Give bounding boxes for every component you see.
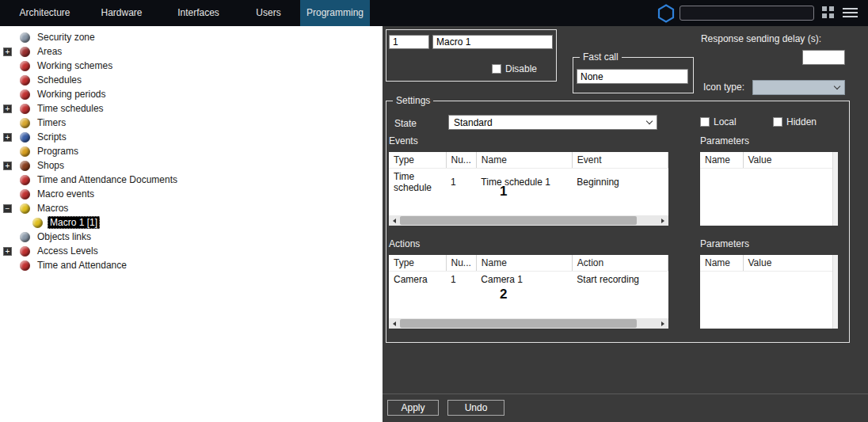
footer-divider — [383, 393, 868, 394]
column-header-nu[interactable]: Nu... — [446, 255, 476, 272]
scroll-right-icon[interactable] — [657, 318, 668, 329]
local-checkbox[interactable] — [700, 117, 710, 127]
macro-icon — [32, 218, 43, 228]
collapse-toggle-icon[interactable]: − — [3, 204, 12, 213]
tree-item-objects-links[interactable]: Objects links — [0, 230, 383, 244]
areas-icon — [20, 47, 30, 57]
scroll-left-icon[interactable] — [389, 318, 400, 329]
expand-toggle-icon[interactable]: + — [3, 105, 12, 113]
tab-architecture[interactable]: Architecture — [6, 0, 83, 26]
tree-item-label: Working periods — [35, 88, 108, 101]
state-dropdown[interactable]: Standard — [448, 115, 657, 130]
tree-item-label: Working schemes — [35, 59, 115, 72]
table-cell: 1 — [446, 169, 476, 196]
expand-toggle-icon[interactable]: + — [3, 162, 12, 170]
topbar: ArchitectureHardwareInterfacesUsersProgr… — [0, 0, 868, 26]
hidden-label: Hidden — [786, 116, 817, 127]
fast-call-field[interactable] — [577, 69, 688, 84]
tab-interfaces[interactable]: Interfaces — [160, 0, 237, 26]
tree-item-working-schemes[interactable]: Working schemes — [0, 59, 383, 73]
column-header-action[interactable]: Action — [572, 255, 668, 272]
column-header-type[interactable]: Type — [389, 152, 446, 169]
disable-checkbox[interactable] — [492, 64, 501, 74]
column-header-value[interactable]: Value — [743, 152, 838, 169]
icon-type-dropdown[interactable] — [752, 80, 845, 95]
callout-1-marker: 1 — [500, 184, 507, 200]
column-header-type[interactable]: Type — [389, 255, 446, 272]
tree-item-access-levels[interactable]: +Access Levels — [0, 244, 383, 258]
tree-item-areas[interactable]: +Areas — [0, 44, 383, 59]
tab-programming[interactable]: Programming — [300, 0, 370, 26]
app-logo-icon — [657, 4, 675, 25]
table-row[interactable]: Time schedule1Time schedule 1Beginning — [389, 169, 668, 196]
tree-item-label: Shops — [35, 159, 67, 172]
events-hscrollbar[interactable] — [389, 215, 668, 226]
expand-toggle-icon[interactable]: + — [3, 48, 12, 56]
local-option[interactable]: Local — [700, 116, 737, 127]
actions-title: Actions — [389, 238, 420, 249]
data-grid: TypeNu...NameEventTime schedule1Time sch… — [389, 152, 668, 196]
hidden-option[interactable]: Hidden — [773, 116, 817, 127]
tab-hardware[interactable]: Hardware — [83, 0, 160, 26]
scroll-left-icon[interactable] — [389, 215, 400, 226]
tree-item-scripts[interactable]: +Scripts — [0, 130, 383, 144]
table-row[interactable]: Camera1Camera 1Start recording — [389, 272, 668, 288]
events-parameters-vscrollbar[interactable] — [832, 152, 838, 226]
tree-item-programs[interactable]: Programs — [0, 144, 383, 158]
data-grid: NameValue — [700, 152, 838, 169]
actions-parameters-vscrollbar[interactable] — [832, 255, 838, 329]
column-header-nu[interactable]: Nu... — [446, 152, 476, 169]
tree-item-label: Time schedules — [35, 102, 106, 115]
events-parameters-table: NameValue — [700, 152, 838, 226]
undo-button[interactable]: Undo — [447, 400, 504, 416]
state-label: State — [394, 118, 417, 129]
tree-item-shops[interactable]: +Shops — [0, 158, 383, 173]
tree-item-label: Macro events — [35, 188, 97, 200]
time-attendance-icon — [20, 260, 30, 271]
column-header-name[interactable]: Name — [700, 152, 743, 169]
tree-item-schedules[interactable]: Schedules — [0, 73, 383, 87]
scripts-icon — [20, 132, 30, 143]
tree-item-macro-1-1[interactable]: Macro 1 [1] — [0, 215, 383, 230]
events-title: Events — [389, 135, 418, 146]
table-cell: Start recording — [572, 272, 668, 288]
tree-item-macros[interactable]: −Macros — [0, 201, 383, 215]
response-delay-field[interactable] — [802, 50, 845, 65]
time-attendance-documents-icon — [20, 175, 30, 185]
column-header-name[interactable]: Name — [700, 255, 743, 272]
macro-id-field[interactable] — [389, 35, 429, 49]
actions-hscrollbar[interactable] — [389, 318, 668, 329]
tree-item-macro-events[interactable]: Macro events — [0, 187, 383, 201]
macro-identity-group: Disable — [386, 29, 557, 82]
macro-name-field[interactable] — [432, 35, 553, 49]
tree-item-label: Macros — [35, 202, 70, 215]
expand-toggle-icon[interactable]: + — [3, 247, 12, 256]
tab-users[interactable]: Users — [237, 0, 300, 26]
settings-group: Settings State Standard Local Hidden Eve… — [386, 101, 850, 343]
column-header-event[interactable]: Event — [572, 152, 668, 169]
apps-grid-icon[interactable] — [822, 6, 835, 21]
tree-item-working-periods[interactable]: Working periods — [0, 87, 383, 101]
column-header-value[interactable]: Value — [743, 255, 838, 272]
tree-item-time-and-attendance[interactable]: Time and Attendance — [0, 258, 383, 272]
column-header-name[interactable]: Name — [476, 152, 572, 169]
tree-item-time-and-attendance-documents[interactable]: Time and Attendance Documents — [0, 173, 383, 187]
expand-toggle-icon[interactable]: + — [3, 133, 12, 142]
table-cell: Time schedule 1 — [476, 169, 572, 196]
search-input[interactable] — [680, 6, 814, 21]
scrollbar-thumb[interactable] — [400, 319, 637, 328]
scroll-right-icon[interactable] — [657, 215, 668, 226]
column-header-name[interactable]: Name — [476, 255, 572, 272]
disable-label: Disable — [505, 63, 537, 74]
scrollbar-thumb[interactable] — [400, 216, 637, 225]
tree-item-timers[interactable]: Timers — [0, 116, 383, 130]
icon-type-label: Icon type: — [703, 82, 744, 93]
response-delay-label: Response sending delay (s): — [701, 33, 821, 44]
hidden-checkbox[interactable] — [773, 117, 782, 127]
apply-button[interactable]: Apply — [387, 400, 439, 416]
menu-icon[interactable] — [843, 8, 858, 21]
tree-item-label: Security zone — [35, 31, 97, 44]
tree-item-time-schedules[interactable]: +Time schedules — [0, 101, 383, 116]
disable-option[interactable]: Disable — [492, 63, 537, 74]
tree-item-security-zone[interactable]: Security zone — [0, 30, 383, 44]
